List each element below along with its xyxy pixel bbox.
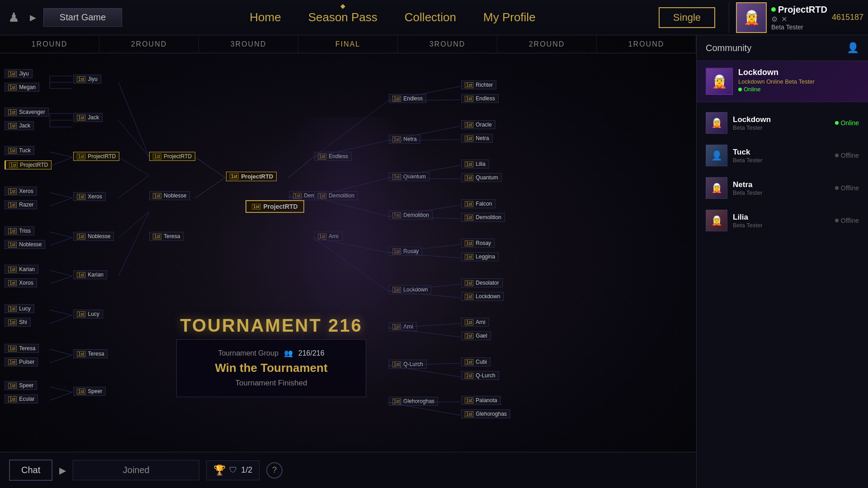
netra-name: Netra: [733, 180, 830, 189]
trophy-icon: 🏆: [213, 465, 226, 476]
player-lockdown-r2: 1stLockdown: [389, 285, 431, 294]
svg-line-17: [50, 315, 72, 324]
netra-status: Offline: [835, 184, 859, 192]
player-arni-r2: 1stArni: [389, 322, 417, 331]
joined-input[interactable]: [73, 460, 199, 480]
player-megan-r1: 1stMegan: [5, 83, 39, 92]
round-headers: 1ROUND 2ROUND 3ROUND FINAL 3ROUND 2ROUND…: [0, 35, 696, 53]
svg-line-27: [118, 211, 149, 276]
chat-button[interactable]: Chat: [9, 460, 52, 481]
player-karian-r2: 1stKarian: [73, 270, 107, 279]
win-text: Win the Tournament: [190, 361, 352, 375]
round-header-2r: 2ROUND: [497, 35, 597, 53]
tuck-avatar: 👤: [706, 145, 727, 166]
lockdown-status: Online: [738, 86, 815, 93]
community-list: 🧝 Lockdown Beta Tester Online 👤 Tuck Bet…: [697, 102, 868, 241]
player-jiyu-r2: 1stJiyu: [73, 75, 101, 84]
svg-line-21: [50, 392, 72, 400]
player-pulser-r1: 1stPulser: [5, 357, 38, 366]
group-row: Tournament Group 👥 216/216: [190, 349, 352, 357]
svg-line-14: [50, 270, 72, 276]
user-id: 4615187: [832, 13, 863, 22]
people-icon: 👥: [284, 349, 293, 357]
player-xeros-r2: 1stXeros: [73, 192, 106, 201]
svg-line-48: [313, 101, 388, 157]
player-endless-r2: 1stEndless: [389, 94, 426, 103]
svg-line-24: [118, 157, 149, 175]
community-settings-icon[interactable]: 👤: [847, 42, 859, 54]
lilia-status: Offline: [835, 217, 859, 224]
nav-home[interactable]: Home: [250, 10, 281, 24]
nav-collection[interactable]: Collection: [405, 10, 456, 24]
bracket-players: 1stJiyu 1stMegan 1stScavenger 1stJack 1s…: [0, 53, 696, 452]
nav-season-pass[interactable]: Season Pass: [308, 10, 377, 24]
lockdown-info: Lockdown Lockdown Online Beta Tester Onl…: [738, 68, 815, 93]
player-glehoroghas-r2: 1stGlehoroghas: [389, 397, 438, 406]
netra-avatar: 🧝: [706, 177, 727, 199]
community-header: Community 👤: [697, 35, 868, 61]
player-desolator-r1: 1stDesolator: [461, 278, 503, 287]
lockdown-tag: Lockdown Online Beta Tester: [738, 78, 815, 85]
player-demolition-r2: 1stDemolition: [389, 211, 433, 220]
svg-line-29: [195, 178, 225, 198]
player-scavenger-r1: 1stScavenger: [5, 108, 49, 117]
round-header-2l: 2ROUND: [99, 35, 199, 53]
community-item-netra[interactable]: 🧝 Netra Beta Tester Offline: [697, 172, 868, 204]
single-button[interactable]: Single: [659, 7, 715, 28]
player-gael-r1: 1stGael: [461, 331, 491, 340]
count-label: 216/216: [298, 349, 325, 357]
lockdown-list-status: Online: [835, 119, 859, 127]
settings-icon[interactable]: ⚙: [771, 15, 778, 23]
svg-line-18: [50, 349, 72, 355]
svg-line-22: [118, 82, 149, 157]
group-label: Tournament Group: [218, 349, 278, 357]
community-item-lockdown[interactable]: 🧝 Lockdown Beta Tester Online: [697, 107, 868, 139]
tournament-title: TOURNAMENT 216: [176, 315, 366, 336]
player-jack-r1: 1stJack: [5, 121, 34, 130]
lilia-dot: [835, 219, 839, 222]
player-rosay-r2: 1stRosay: [389, 247, 422, 256]
player-projectrtd-r1: 1stProjectRTD: [5, 160, 52, 169]
nav-arrow[interactable]: ▶: [26, 11, 40, 24]
tuck-tag: Beta Tester: [733, 157, 830, 164]
tuck-name: Tuck: [733, 148, 830, 157]
player-teresa-r2: 1stTeresa: [73, 349, 108, 358]
user-info: ProjectRTD ⚙ ✕ Beta Tester: [771, 5, 827, 31]
lockdown-status-text: Online: [744, 86, 761, 93]
lockdown-name: Lockdown: [738, 68, 815, 77]
round-header-3r: 3ROUND: [398, 35, 497, 53]
community-item-tuck[interactable]: 👤 Tuck Beta Tester Offline: [697, 139, 868, 172]
player-xeros-r1: 1stXeros: [5, 187, 37, 196]
svg-line-11: [50, 198, 72, 206]
lockdown-list-info: Lockdown Beta Tester: [733, 115, 830, 131]
round-header-3l: 3ROUND: [199, 35, 298, 53]
player-lilia-r1: 1stLilia: [461, 160, 489, 169]
close-icon[interactable]: ✕: [781, 15, 787, 23]
player-speer-r2: 1stSpeer: [73, 387, 106, 396]
nav-my-profile[interactable]: My Profile: [483, 10, 536, 24]
lilia-tag: Beta Tester: [733, 222, 830, 229]
chat-arrow-icon: ▶: [59, 465, 66, 476]
start-game-button[interactable]: Start Game: [43, 8, 122, 27]
svg-line-8: [50, 152, 72, 157]
tuck-info: Tuck Beta Tester: [733, 148, 830, 164]
trophy-count: 1/2: [241, 465, 252, 475]
player-rosay-r1: 1stRosay: [461, 239, 495, 248]
player-demolition-r1: 1stDemolition: [461, 213, 505, 222]
lockdown-list-tag: Beta Tester: [733, 124, 830, 131]
netra-dot: [835, 186, 839, 190]
community-item-lilia[interactable]: 🧝 Lilia Beta Tester Offline: [697, 204, 868, 237]
lilia-name: Lilia: [733, 213, 830, 222]
sidebar: Community 👤 🧝 Lockdown Lockdown Online B…: [696, 35, 868, 488]
round-header-final: FINAL: [298, 35, 398, 53]
help-button[interactable]: ?: [266, 462, 283, 479]
player-palanota-r1: 1stPalanota: [461, 396, 501, 405]
player-quantum-r1: 1stQuantum: [461, 173, 502, 182]
lockdown-status-dot: [738, 88, 742, 91]
tuck-dot: [835, 154, 839, 157]
player-lucy-r1: 1stLucy: [5, 304, 34, 313]
player-arni-r1: 1stArni: [461, 318, 489, 327]
player-projectrtd-final-l: 1stProjectRTD: [226, 172, 277, 181]
player-razer-r1: 1stRazer: [5, 200, 37, 209]
svg-line-19: [50, 355, 72, 363]
